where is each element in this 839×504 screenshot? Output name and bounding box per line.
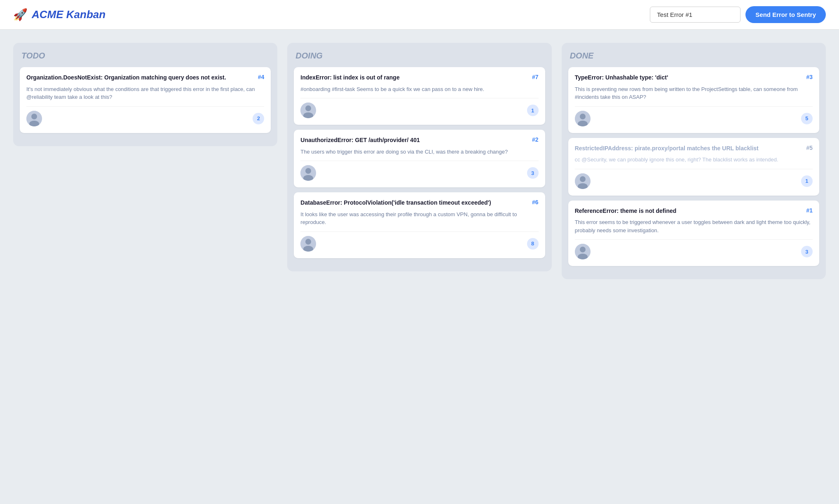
column-title-done: DONE xyxy=(568,51,819,61)
column-title-doing: DOING xyxy=(294,51,545,61)
card-header: IndexError: list index is out of range#7 xyxy=(300,74,538,82)
comment-count: 2 xyxy=(253,113,264,124)
comment-count: 1 xyxy=(801,175,813,187)
comment-count: 1 xyxy=(527,105,539,116)
card-footer: 8 xyxy=(300,231,538,252)
card-title: UnauthorizedError: GET /auth/provider/ 4… xyxy=(300,136,532,145)
avatar xyxy=(575,173,591,189)
rocket-icon: 🚀 xyxy=(13,8,28,21)
kanban-board: TODOOrganization.DoesNotExist: Organizat… xyxy=(0,30,839,292)
card-description: The users who trigger this error are doi… xyxy=(300,148,538,156)
card-card-7[interactable]: IndexError: list index is out of range#7… xyxy=(294,67,545,125)
header-right: Send Error to Sentry xyxy=(650,6,826,23)
card-description: This error seems to be triggered wheneve… xyxy=(575,218,813,234)
card-card-3[interactable]: TypeError: Unhashable type: 'dict'#3This… xyxy=(568,67,819,133)
comment-count: 3 xyxy=(527,167,539,179)
avatar xyxy=(300,103,316,118)
card-card-5[interactable]: RestrictedIPAddress: pirate.proxy/portal… xyxy=(568,138,819,196)
card-header: RestrictedIPAddress: pirate.proxy/portal… xyxy=(575,145,813,153)
card-description: It's not immediately obvious what the co… xyxy=(26,85,264,101)
card-header: DatabaseError: ProtocolViolation('idle t… xyxy=(300,199,538,207)
column-title-todo: TODO xyxy=(20,51,271,61)
card-title: RestrictedIPAddress: pirate.proxy/portal… xyxy=(575,145,806,153)
svg-point-4 xyxy=(305,105,311,111)
card-ticket-id: #1 xyxy=(806,207,813,214)
svg-point-16 xyxy=(580,176,586,182)
svg-point-7 xyxy=(305,168,311,174)
comment-count: 8 xyxy=(527,238,539,250)
column-done: DONETypeError: Unhashable type: 'dict'#3… xyxy=(562,43,826,279)
card-footer: 5 xyxy=(575,106,813,126)
app-header: 🚀 ACME Kanban Send Error to Sentry xyxy=(0,0,839,30)
header-left: 🚀 ACME Kanban xyxy=(13,8,105,21)
svg-point-13 xyxy=(580,114,586,119)
avatar xyxy=(575,111,591,126)
card-header: UnauthorizedError: GET /auth/provider/ 4… xyxy=(300,136,538,145)
card-ticket-id: #7 xyxy=(532,74,539,80)
card-title: IndexError: list index is out of range xyxy=(300,74,532,82)
avatar xyxy=(26,111,42,126)
card-title: ReferenceError: theme is not defined xyxy=(575,207,806,215)
card-footer: 3 xyxy=(300,161,538,181)
avatar xyxy=(300,165,316,181)
card-header: ReferenceError: theme is not defined#1 xyxy=(575,207,813,215)
comment-count: 3 xyxy=(801,246,813,257)
card-card-2[interactable]: UnauthorizedError: GET /auth/provider/ 4… xyxy=(294,130,545,187)
card-ticket-id: #6 xyxy=(532,199,539,205)
card-footer: 1 xyxy=(300,98,538,118)
card-footer: 1 xyxy=(575,169,813,189)
card-title: DatabaseError: ProtocolViolation('idle t… xyxy=(300,199,532,207)
card-title: TypeError: Unhashable type: 'dict' xyxy=(575,74,806,82)
svg-point-19 xyxy=(580,247,586,252)
svg-point-10 xyxy=(305,239,311,245)
svg-point-1 xyxy=(31,114,37,119)
card-ticket-id: #3 xyxy=(806,74,813,80)
avatar xyxy=(575,244,591,259)
column-doing: DOINGIndexError: list index is out of ra… xyxy=(287,43,551,271)
card-footer: 2 xyxy=(26,106,264,126)
card-description: It looks like the user was accessing the… xyxy=(300,210,538,226)
card-description: cc @Security, we can probably ignore thi… xyxy=(575,156,813,164)
comment-count: 5 xyxy=(801,113,813,124)
avatar xyxy=(300,236,316,252)
card-card-1[interactable]: ReferenceError: theme is not defined#1Th… xyxy=(568,201,819,266)
card-card-6[interactable]: DatabaseError: ProtocolViolation('idle t… xyxy=(294,192,545,258)
app-title: ACME Kanban xyxy=(32,8,105,21)
card-footer: 3 xyxy=(575,239,813,259)
card-header: TypeError: Unhashable type: 'dict'#3 xyxy=(575,74,813,82)
card-description: This is preventing new rows from being w… xyxy=(575,85,813,101)
card-header: Organization.DoesNotExist: Organization … xyxy=(26,74,264,82)
card-description: #onboarding #first-task Seems to be a qu… xyxy=(300,85,538,93)
card-ticket-id: #4 xyxy=(258,74,265,80)
card-card-4[interactable]: Organization.DoesNotExist: Organization … xyxy=(20,67,271,133)
error-input[interactable] xyxy=(650,7,741,23)
card-title: Organization.DoesNotExist: Organization … xyxy=(26,74,258,82)
column-todo: TODOOrganization.DoesNotExist: Organizat… xyxy=(13,43,277,146)
card-ticket-id: #5 xyxy=(806,145,813,151)
send-error-button[interactable]: Send Error to Sentry xyxy=(745,6,826,23)
card-ticket-id: #2 xyxy=(532,136,539,143)
